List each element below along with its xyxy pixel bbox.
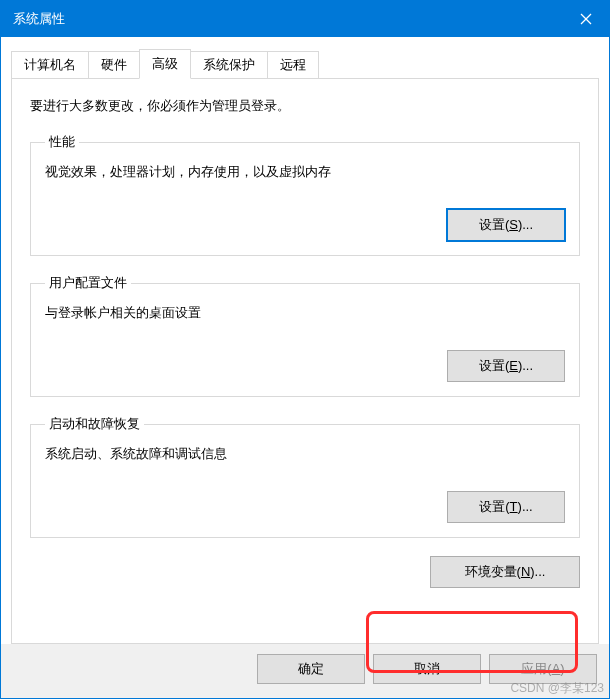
performance-settings-button[interactable]: 设置(S)...	[447, 209, 565, 241]
dialog-footer: 确定 取消 应用(A)	[1, 644, 609, 698]
window-title: 系统属性	[13, 10, 65, 28]
environment-variables-button[interactable]: 环境变量(N)...	[430, 556, 580, 588]
startup-recovery-desc: 系统启动、系统故障和调试信息	[45, 445, 565, 463]
performance-desc: 视觉效果，处理器计划，内存使用，以及虚拟内存	[45, 163, 565, 181]
user-profiles-desc: 与登录帐户相关的桌面设置	[45, 304, 565, 322]
tab-computer-name[interactable]: 计算机名	[11, 51, 89, 79]
startup-recovery-group: 启动和故障恢复 系统启动、系统故障和调试信息 设置(T)...	[30, 415, 580, 538]
dialog-body: 计算机名 硬件 高级 系统保护 远程 要进行大多数更改，你必须作为管理员登录。 …	[1, 37, 609, 698]
tab-system-protection[interactable]: 系统保护	[190, 51, 268, 79]
tabs-row: 计算机名 硬件 高级 系统保护 远程	[11, 49, 599, 79]
tab-advanced[interactable]: 高级	[139, 49, 191, 79]
startup-recovery-settings-button[interactable]: 设置(T)...	[447, 491, 565, 523]
close-icon	[580, 13, 592, 25]
env-wrap: 环境变量(N)...	[30, 556, 580, 588]
cancel-button[interactable]: 取消	[373, 654, 481, 684]
titlebar: 系统属性	[1, 1, 609, 37]
user-profiles-group: 用户配置文件 与登录帐户相关的桌面设置 设置(E)...	[30, 274, 580, 397]
tab-hardware[interactable]: 硬件	[88, 51, 140, 79]
startup-recovery-legend: 启动和故障恢复	[45, 415, 144, 433]
ok-button[interactable]: 确定	[257, 654, 365, 684]
system-properties-window: 系统属性 计算机名 硬件 高级 系统保护 远程 要进行大多数更改，你必须作为管理…	[0, 0, 610, 699]
apply-button[interactable]: 应用(A)	[489, 654, 597, 684]
user-profiles-legend: 用户配置文件	[45, 274, 131, 292]
close-button[interactable]	[563, 1, 609, 37]
performance-legend: 性能	[45, 133, 79, 151]
user-profiles-settings-button[interactable]: 设置(E)...	[447, 350, 565, 382]
advanced-panel: 要进行大多数更改，你必须作为管理员登录。 性能 视觉效果，处理器计划，内存使用，…	[11, 78, 599, 644]
admin-intro-text: 要进行大多数更改，你必须作为管理员登录。	[30, 97, 580, 115]
performance-group: 性能 视觉效果，处理器计划，内存使用，以及虚拟内存 设置(S)...	[30, 133, 580, 256]
tab-remote[interactable]: 远程	[267, 51, 319, 79]
